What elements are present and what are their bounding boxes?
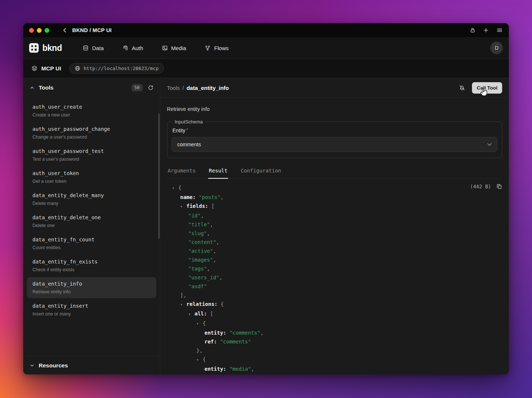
tab-result[interactable]: Result: [208, 166, 228, 179]
tool-description: Create a new user: [32, 112, 151, 118]
user-avatar[interactable]: D: [490, 42, 503, 54]
copy-icon[interactable]: [496, 184, 502, 189]
tool-list-item[interactable]: data_entity_delete_one Delete one: [27, 211, 156, 232]
tools-section-header[interactable]: Tools 50: [23, 78, 160, 97]
tool-list-item[interactable]: data_entity_fn_exists Check if entity ex…: [27, 255, 156, 276]
tool-list-item[interactable]: data_entity_info Retrieve entity info: [27, 277, 156, 298]
tool-name: auth_user_token: [32, 170, 151, 176]
bell-off-icon[interactable]: [459, 84, 465, 91]
tool-list-item[interactable]: auth_user_token Get a user token: [27, 167, 156, 188]
json-line: ],: [172, 291, 502, 300]
collapse-caret-icon[interactable]: ▾: [172, 184, 178, 193]
json-line: "id",: [172, 211, 502, 220]
nav-item-label: Flows: [214, 45, 228, 51]
json-line: entity: "media",: [172, 364, 502, 373]
breadcrumb-separator: /: [182, 85, 184, 91]
tool-name: auth_user_password_test: [32, 148, 151, 154]
nav-item-auth[interactable]: Auth: [122, 45, 143, 51]
json-line: name: "posts",: [172, 193, 502, 202]
tool-list-item[interactable]: data_entity_insert Insert one or many: [27, 299, 156, 320]
tool-detail-body: Retrieve entity info InputSchema Entity*…: [160, 98, 509, 374]
tool-name: data_entity_fn_count: [32, 237, 151, 242]
json-line: ▾{: [172, 319, 502, 328]
resources-section-title: Resources: [39, 362, 68, 369]
bknd-logo[interactable]: bknd: [29, 43, 62, 53]
collapse-caret-icon[interactable]: ▾: [180, 202, 186, 211]
server-url: http://localhost:28623/mcp: [84, 66, 159, 71]
json-line: "slug",: [172, 229, 502, 238]
tool-description: Delete many: [32, 201, 151, 206]
json-tree: ▾{name: "posts",▾fields: ["id","title","…: [167, 182, 502, 374]
collapse-caret-icon[interactable]: ▾: [196, 356, 203, 364]
workflow-icon: [204, 45, 211, 51]
json-line: ▾{: [172, 355, 502, 364]
window-controls: [29, 28, 49, 33]
back-button[interactable]: [62, 27, 68, 33]
mcp-ui-title: MCP UI: [41, 65, 61, 72]
tool-description: Check if entity exists: [32, 267, 151, 272]
tool-description: Delete one: [32, 223, 151, 228]
nav-item-media[interactable]: Media: [162, 45, 186, 51]
tool-list: auth_user_create Create a new user auth_…: [23, 97, 160, 356]
server-url-chip[interactable]: http://localhost:28623/mcp: [69, 63, 164, 74]
tool-description: Get a user token: [32, 179, 151, 184]
entity-select[interactable]: comments: [172, 137, 497, 152]
refresh-icon[interactable]: [148, 85, 154, 91]
lock-icon[interactable]: [470, 27, 476, 33]
entity-field-label: Entity*: [172, 128, 497, 133]
tool-description: Test a user's password: [32, 157, 151, 162]
input-schema-legend: InputSchema: [172, 119, 205, 125]
entity-select-value: comments: [177, 142, 201, 147]
tools-count-badge: 50: [132, 84, 143, 91]
mcp-icon: [31, 65, 38, 71]
result-size: (442 B): [470, 184, 491, 189]
tool-name: data_entity_insert: [32, 303, 151, 309]
collapse-caret-icon[interactable]: ▾: [196, 320, 203, 328]
resources-section-header[interactable]: Resources: [23, 356, 160, 374]
bknd-logo-text: bknd: [42, 43, 62, 53]
tool-name: data_entity_delete_many: [32, 192, 151, 198]
result-meta: (442 B): [470, 184, 502, 189]
tool-list-item[interactable]: data_entity_delete_many Delete many: [27, 189, 156, 210]
required-mark: *: [186, 128, 188, 132]
tool-list-item[interactable]: auth_user_password_test Test a user's pa…: [27, 144, 156, 165]
tool-list-item[interactable]: auth_user_password_change Change a user'…: [27, 122, 156, 143]
result-panel: (442 B) ▾{name: "posts",▾fields: ["id","…: [167, 179, 502, 374]
nav-item-flows[interactable]: Flows: [204, 45, 228, 51]
zoom-window-button[interactable]: [45, 28, 49, 33]
tool-list-item[interactable]: auth_user_create Create a new user: [27, 100, 156, 121]
input-schema-fieldset: InputSchema Entity* comments: [167, 119, 502, 158]
fingerprint-icon: [122, 45, 129, 51]
collapse-caret-icon[interactable]: ▾: [180, 300, 186, 309]
json-line: ▾all: [: [172, 309, 502, 319]
tab-arguments[interactable]: Arguments: [167, 166, 196, 178]
database-icon: [83, 45, 89, 51]
titlebar: BKND / MCP UI: [23, 23, 509, 37]
nav-item-data[interactable]: Data: [83, 45, 104, 51]
menu-icon[interactable]: [496, 27, 503, 33]
json-line: ▾relations: {: [172, 300, 502, 309]
tool-detail-header: Tools / data_entity_info Call Tool: [160, 78, 509, 98]
breadcrumb-root[interactable]: Tools: [167, 85, 180, 91]
call-tool-button[interactable]: Call Tool: [472, 82, 502, 94]
call-tool-label: Call Tool: [477, 85, 497, 91]
collapse-caret-icon[interactable]: ▾: [188, 310, 195, 319]
json-line: ref: "images": [172, 373, 502, 374]
app-header: bknd Data Auth Media: [23, 37, 509, 59]
tool-detail-panel: Tools / data_entity_info Call Tool: [160, 78, 509, 374]
close-window-button[interactable]: [29, 28, 34, 33]
tool-name: auth_user_password_change: [32, 126, 151, 132]
new-tab-icon[interactable]: [483, 27, 489, 33]
tab-configuration[interactable]: Configuration: [240, 166, 282, 178]
tools-section-title: Tools: [39, 84, 53, 91]
image-icon: [162, 45, 168, 51]
sidebar-scrollbar[interactable]: [158, 114, 160, 239]
json-line: "images",: [172, 255, 502, 264]
tool-list-item[interactable]: data_entity_fn_count Count entities: [27, 233, 156, 254]
tool-name: data_entity_info: [32, 281, 151, 287]
json-line: "asdf": [172, 282, 502, 291]
titlebar-actions: [470, 27, 503, 33]
tool-description: Change a user's password: [32, 135, 151, 140]
minimize-window-button[interactable]: [37, 28, 42, 33]
bknd-logo-icon: [29, 43, 39, 53]
